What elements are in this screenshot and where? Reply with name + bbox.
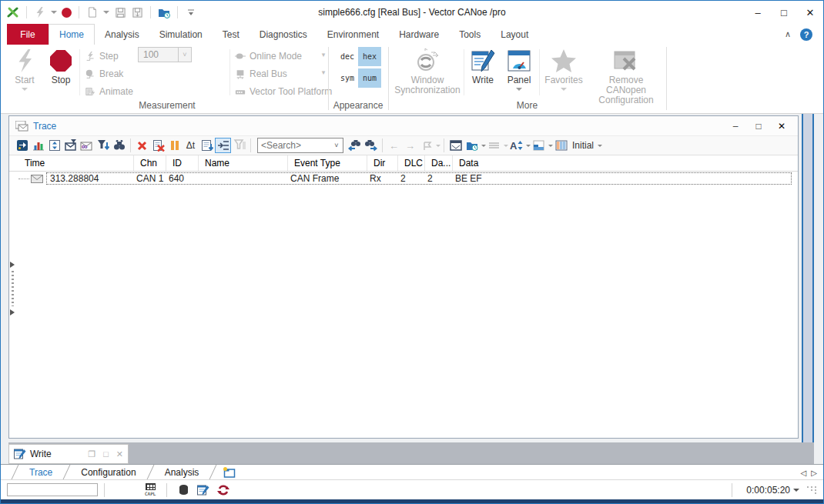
- num-toggle[interactable]: num: [358, 68, 381, 88]
- favorites-dropdown[interactable]: [561, 88, 567, 91]
- search-dropdown-caret-icon[interactable]: ˅: [330, 142, 343, 149]
- statistics-button[interactable]: [30, 138, 46, 153]
- column-preset-icon[interactable]: [553, 138, 569, 153]
- next-bookmark-button[interactable]: →: [402, 138, 418, 153]
- splitter-arrow-icon[interactable]: [10, 262, 15, 268]
- tab-analysis[interactable]: Analysis: [95, 24, 149, 45]
- bookmark-dropdown[interactable]: [436, 145, 440, 147]
- database-icon[interactable]: [176, 483, 190, 497]
- time-difference-button[interactable]: Δt: [183, 138, 199, 153]
- tab-tools[interactable]: Tools: [449, 24, 491, 45]
- new-configuration-dropdown[interactable]: [103, 11, 109, 14]
- save-as-icon[interactable]: [131, 6, 143, 18]
- bookmark-button[interactable]: [418, 138, 434, 153]
- animate-button[interactable]: Animate: [85, 85, 133, 98]
- animation-speed-combo[interactable]: 100 ˅: [138, 47, 192, 62]
- pause-button[interactable]: [166, 138, 183, 153]
- column-filter-button-disabled[interactable]: [231, 138, 247, 153]
- record-button[interactable]: [62, 8, 72, 18]
- start-measurement-dropdown[interactable]: [51, 11, 57, 14]
- column-header-dir[interactable]: Dir: [367, 155, 398, 171]
- font-size-button[interactable]: A: [508, 138, 524, 153]
- delete-button[interactable]: [134, 138, 150, 153]
- help-icon[interactable]: ?: [800, 28, 812, 41]
- panel-button[interactable]: Panel: [502, 46, 536, 91]
- write-maximize-button[interactable]: □: [103, 449, 109, 459]
- panel-splitter[interactable]: [9, 262, 15, 315]
- real-bus-button[interactable]: Real Bus: [235, 67, 287, 81]
- tab-diagnostics[interactable]: Diagnostics: [250, 24, 317, 45]
- write-window[interactable]: Write ❐ □ ✕: [8, 444, 129, 464]
- table-row[interactable]: 313.288804 CAN 1 640 CAN Frame Rx 2 2 BE…: [9, 172, 798, 185]
- vector-tool-platform-button[interactable]: Vector Tool Platform: [235, 85, 332, 98]
- trace-empty-area[interactable]: [9, 185, 798, 438]
- sym-toggle[interactable]: sym: [337, 68, 357, 88]
- splitter-arrow-icon[interactable]: [10, 309, 15, 315]
- trace-title-bar[interactable]: Trace – □ ✕: [9, 116, 798, 135]
- column-header-data[interactable]: Data: [453, 155, 798, 171]
- tab-scroll-right-button[interactable]: ▷: [811, 469, 817, 477]
- tab-layout[interactable]: Layout: [491, 24, 538, 45]
- desktop-tab-configuration[interactable]: Configuration: [69, 465, 148, 479]
- save-icon[interactable]: [114, 6, 126, 18]
- tree-expander[interactable]: [18, 179, 29, 179]
- find-next-button[interactable]: [363, 138, 379, 153]
- online-mode-button[interactable]: Online Mode: [235, 49, 302, 63]
- panel-dropdown[interactable]: [516, 88, 522, 91]
- tab-scroll-left-button[interactable]: ◁: [801, 469, 807, 477]
- real-bus-dropdown[interactable]: ▾: [318, 68, 329, 76]
- favorites-button[interactable]: Favorites: [541, 46, 586, 91]
- customize-quick-access-icon[interactable]: [185, 6, 197, 18]
- column-header-id[interactable]: ID: [166, 155, 199, 171]
- write-window-button[interactable]: Write: [465, 46, 501, 85]
- column-preset-value[interactable]: Initial: [572, 140, 594, 151]
- start-button[interactable]: Start: [7, 46, 42, 91]
- trace-maximize-button[interactable]: □: [747, 121, 770, 132]
- new-desktop-tab-button[interactable]: [223, 465, 236, 479]
- search-input[interactable]: [258, 140, 330, 151]
- desktop-tab-analysis[interactable]: Analysis: [152, 465, 212, 479]
- find-previous-button[interactable]: [347, 138, 363, 153]
- follow-newest-toggle[interactable]: [215, 138, 231, 153]
- previous-bookmark-button[interactable]: ←: [386, 138, 402, 153]
- write-status-icon[interactable]: [196, 483, 210, 497]
- collapse-ribbon-button[interactable]: ∧: [785, 29, 791, 39]
- message-filter-button[interactable]: [62, 138, 79, 153]
- column-header-dlc[interactable]: DLC: [398, 155, 425, 171]
- step-button[interactable]: Step: [85, 49, 119, 63]
- desktop-tab-trace[interactable]: Trace: [17, 465, 65, 479]
- sort-filter-button[interactable]: [95, 138, 111, 153]
- break-button[interactable]: Break: [85, 67, 123, 81]
- remove-canopen-button[interactable]: Remove CANopen Configuration: [588, 46, 665, 105]
- measurement-time-dropdown[interactable]: [793, 489, 799, 492]
- online-mode-dropdown[interactable]: ▾: [318, 51, 329, 58]
- dec-toggle[interactable]: dec: [337, 47, 357, 66]
- hex-toggle[interactable]: hex: [358, 47, 381, 66]
- trace-minimize-button[interactable]: –: [724, 121, 747, 132]
- row-layout-button-disabled[interactable]: [486, 138, 502, 153]
- tab-hardware[interactable]: Hardware: [389, 24, 449, 45]
- column-header-chn[interactable]: Chn: [134, 155, 166, 171]
- start-dropdown[interactable]: [22, 88, 28, 91]
- close-button[interactable]: ✕: [797, 2, 823, 23]
- column-color-button[interactable]: [531, 138, 547, 153]
- column-preset-dropdown[interactable]: [598, 145, 602, 147]
- stop-button[interactable]: Stop: [44, 46, 78, 85]
- tab-test[interactable]: Test: [213, 24, 250, 45]
- tab-file[interactable]: File: [7, 24, 49, 45]
- trace-configuration-button[interactable]: [447, 138, 464, 153]
- tab-home[interactable]: Home: [49, 24, 95, 45]
- window-synchronization-button[interactable]: Window Synchronization: [392, 46, 463, 95]
- speed-combo-caret-icon[interactable]: ˅: [178, 48, 191, 62]
- tab-simulation[interactable]: Simulation: [149, 24, 213, 45]
- column-header-time[interactable]: Time: [18, 155, 134, 171]
- find-button[interactable]: [111, 138, 127, 153]
- recent-configurations-icon[interactable]: [158, 6, 170, 18]
- selected-row-focus[interactable]: 313.288804 CAN 1 640 CAN Frame Rx 2 2 BE…: [46, 172, 792, 185]
- resize-grip[interactable]: [807, 486, 817, 494]
- column-header-event-type[interactable]: Event Type: [288, 155, 367, 171]
- status-input-field[interactable]: [7, 483, 98, 496]
- minimize-button[interactable]: –: [745, 2, 771, 23]
- logging-files-button[interactable]: [464, 138, 480, 153]
- write-close-button[interactable]: ✕: [116, 449, 123, 459]
